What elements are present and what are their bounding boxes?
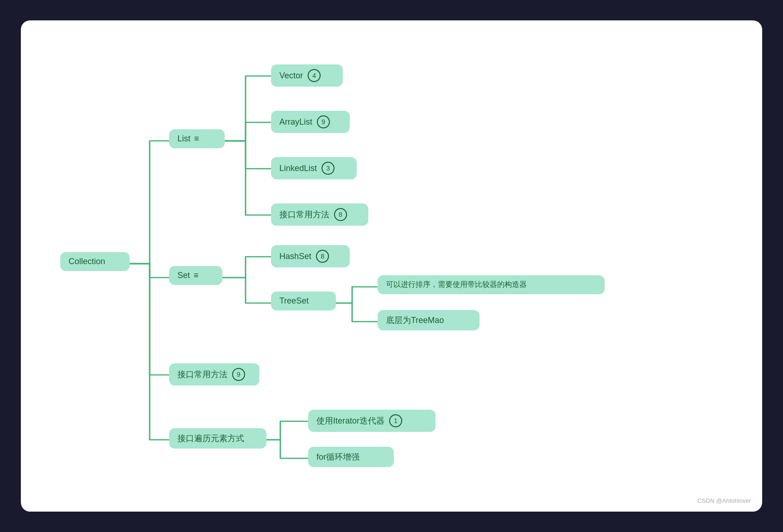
node-label-vector: Vector <box>279 71 303 81</box>
badge-vector: 4 <box>308 69 321 82</box>
node-interface-traverse: 接口遍历元素方式 <box>169 428 266 449</box>
node-label-iterator: 使用Iterator迭代器 <box>316 415 385 426</box>
node-label-for-loop: for循环增强 <box>316 451 360 462</box>
tree-diagram: Collection List ≡ Set ≡ 接口常用方法 9 接口遍历元素方… <box>44 39 739 493</box>
node-label-set: Set <box>177 271 190 280</box>
node-for-loop: for循环增强 <box>308 447 394 467</box>
node-label-interface-method: 接口常用方法 <box>177 369 227 380</box>
node-vector: Vector 4 <box>271 64 343 87</box>
badge-iterator: 1 <box>389 414 402 427</box>
node-label-treeset-sort: 可以进行排序，需要使用带比较器的构造器 <box>386 280 527 290</box>
node-treeset: TreeSet <box>271 291 336 310</box>
badge-linkedlist: 3 <box>322 162 335 175</box>
node-label-hashset: HashSet <box>279 252 311 261</box>
node-label-treeset: TreeSet <box>279 296 309 306</box>
node-list-interface: 接口常用方法 8 <box>271 203 368 226</box>
node-treeset-base: 底层为TreeMao <box>378 310 480 330</box>
node-list: List ≡ <box>169 129 225 148</box>
node-linkedlist: LinkedList 3 <box>271 157 357 179</box>
node-interface-method: 接口常用方法 9 <box>169 363 259 386</box>
badge-interface-method: 9 <box>232 368 245 381</box>
node-label-interface-traverse: 接口遍历元素方式 <box>177 433 244 444</box>
list-menu-icon: ≡ <box>194 134 199 144</box>
main-card: Collection List ≡ Set ≡ 接口常用方法 9 接口遍历元素方… <box>21 20 762 512</box>
node-label-linkedlist: LinkedList <box>279 164 317 173</box>
node-hashset: HashSet 8 <box>271 245 350 267</box>
node-label-list-interface: 接口常用方法 <box>279 209 329 220</box>
node-iterator: 使用Iterator迭代器 1 <box>308 410 436 432</box>
node-label-list: List <box>177 134 190 144</box>
node-arraylist: ArrayList 9 <box>271 111 350 133</box>
node-label-collection: Collection <box>69 257 105 266</box>
node-set: Set ≡ <box>169 266 222 285</box>
node-collection: Collection <box>60 252 130 271</box>
node-label-treeset-base: 底层为TreeMao <box>386 315 444 326</box>
node-treeset-sort: 可以进行排序，需要使用带比较器的构造器 <box>378 275 605 294</box>
badge-arraylist: 9 <box>317 115 330 128</box>
watermark-text: CSDN @Ahtohlover <box>697 497 751 504</box>
badge-list-interface: 8 <box>334 208 347 221</box>
node-label-arraylist: ArrayList <box>279 117 312 127</box>
badge-hashset: 8 <box>316 250 329 263</box>
set-menu-icon: ≡ <box>194 271 199 280</box>
